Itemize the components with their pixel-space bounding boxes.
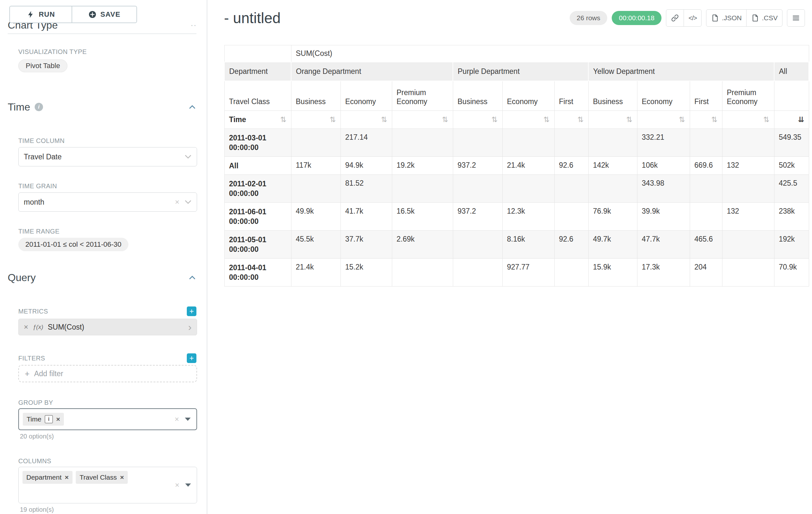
remove-tag-icon[interactable]: × (120, 474, 124, 481)
pivot-value-cell: 927.77 (502, 259, 554, 287)
sort-icon[interactable]: ⇅ (543, 116, 549, 124)
sort-icon[interactable]: ⇅ (577, 116, 583, 124)
info-icon[interactable]: i (35, 103, 43, 111)
time-axis-label: Time (229, 115, 246, 124)
filters-label: FILTERS (18, 355, 45, 362)
columns-options-hint: 19 option(s) (20, 506, 196, 513)
pivot-row: 2011-04-01 00:00:0021.4k15.2k927.7715.9k… (224, 259, 809, 287)
sort-icon[interactable]: ⇅ (626, 116, 632, 124)
pivot-value-cell (588, 175, 637, 203)
visualization-type-pill[interactable]: Pivot Table (18, 59, 67, 72)
sort-icon[interactable]: ⇅ (280, 116, 286, 124)
pivot-value-cell: 49.9k (291, 203, 341, 231)
pivot-value-cell (722, 231, 774, 259)
tag-info-icon[interactable]: i (45, 415, 53, 424)
remove-tag-icon[interactable]: × (65, 474, 69, 481)
remove-tag-icon[interactable]: × (56, 415, 60, 423)
pivot-value-cell: 70.9k (774, 259, 809, 287)
chart-header: - untitled 26 rows 00:00:00.18 </> .JSON (224, 9, 805, 27)
pivot-value-cell: 21.4k (502, 157, 554, 175)
columns-tag-label: Travel Class (80, 474, 117, 481)
pivot-value-cell: 81.52 (341, 175, 392, 203)
chevron-down-icon (184, 200, 192, 204)
pivot-value-cell: 37.7k (341, 231, 392, 259)
clear-icon[interactable]: × (175, 481, 179, 489)
group-by-select[interactable]: Time i × × (18, 408, 197, 430)
group-by-tag-label: Time (27, 415, 41, 423)
metric-header-row: SUM(Cost) (224, 45, 809, 62)
pivot-value-cell (453, 259, 502, 287)
travel-class-header: Premium Economy (722, 81, 774, 111)
group-by-label: GROUP BY (18, 399, 196, 406)
sort-row: Time ⇅ ⇅⇅⇅⇅⇅⇅⇅⇅⇅⇅⇊ (224, 111, 809, 129)
time-range-pill[interactable]: 2011-01-01 ≤ col < 2011-06-30 (18, 238, 128, 251)
sort-icon[interactable]: ⇅ (679, 116, 685, 124)
pivot-table-container: SUM(Cost) Department Orange DepartmentPu… (224, 45, 808, 287)
travel-class-header: Business (291, 81, 341, 111)
sort-icon[interactable]: ⇅ (381, 116, 387, 124)
pivot-value-cell: 332.21 (637, 129, 690, 157)
row-header: 2011-04-01 00:00:00 (224, 259, 291, 287)
control-panel: RUN SAVE Chart Type ·· VISUALIZATION TYP… (0, 0, 207, 514)
sort-icon[interactable]: ⇅ (491, 116, 497, 124)
travel-class-header: First (690, 81, 722, 111)
chevron-up-icon[interactable] (188, 273, 196, 282)
action-buttons: RUN SAVE (9, 6, 137, 23)
add-filter-button[interactable]: + Add filter (18, 365, 197, 382)
export-json-button[interactable]: .JSON (706, 9, 747, 27)
add-filter-plus-button[interactable]: + (187, 353, 196, 363)
pivot-value-cell: 49.7k (588, 231, 637, 259)
query-section-header[interactable]: Query (8, 271, 196, 284)
run-button[interactable]: RUN (9, 6, 72, 23)
chart-title[interactable]: - untitled (224, 9, 281, 27)
department-header-row: Department Orange DepartmentPurple Depar… (224, 62, 809, 81)
sort-icon[interactable]: ⇅ (763, 116, 769, 124)
time-column-select[interactable]: Travel Date (18, 147, 197, 166)
clear-icon[interactable]: × (175, 198, 179, 206)
sort-icon[interactable]: ⇅ (711, 116, 717, 124)
export-csv-button[interactable]: .CSV (746, 9, 782, 27)
pivot-value-cell (453, 175, 502, 203)
travel-class-header: Business (453, 81, 502, 111)
corner-cell (224, 45, 291, 62)
sort-icon[interactable]: ⇅ (329, 116, 336, 124)
pivot-value-cell: 549.35 (774, 129, 809, 157)
pivot-value-cell: 106k (637, 157, 690, 175)
pivot-value-cell (554, 129, 588, 157)
pivot-value-cell: 204 (690, 259, 722, 287)
chevron-right-icon[interactable]: › (188, 322, 192, 332)
travel-class-header: Economy (637, 81, 690, 111)
pivot-value-cell: 92.6 (554, 231, 588, 259)
export-csv-label: .CSV (762, 14, 778, 22)
chevron-up-icon[interactable] (188, 103, 196, 111)
sort-icon[interactable]: ⇊ (798, 116, 804, 124)
filters-label-row: FILTERS + (18, 353, 196, 363)
metric-item[interactable]: × ƒ(x) SUM(Cost) › (18, 319, 197, 335)
embed-code-button[interactable]: </> (684, 9, 702, 27)
copy-link-button[interactable] (666, 9, 684, 27)
chart-header-controls: 26 rows 00:00:00.18 </> .JSON .CSV (570, 9, 805, 27)
pivot-value-cell (453, 129, 502, 157)
more-options-button[interactable] (787, 9, 805, 27)
caret-down-icon[interactable] (184, 483, 192, 487)
sort-icon[interactable]: ⇅ (442, 116, 448, 124)
sort-cell: ⇅ (502, 111, 554, 129)
travel-class-header: Economy (341, 81, 392, 111)
sort-cell: ⇅ (690, 111, 722, 129)
caret-down-icon[interactable] (184, 417, 191, 422)
pivot-value-cell: 41.7k (341, 203, 392, 231)
column-group-header: Orange Department (291, 62, 453, 81)
save-button-label: SAVE (100, 10, 120, 19)
time-grain-select[interactable]: month × (18, 192, 197, 212)
save-button[interactable]: SAVE (71, 6, 137, 23)
pivot-value-cell: 937.2 (453, 203, 502, 231)
add-metric-button[interactable]: + (187, 306, 196, 316)
columns-select[interactable]: Department × Travel Class × × (18, 467, 197, 504)
pivot-value-cell (392, 129, 453, 157)
travel-class-header-row: Travel Class BusinessEconomyPremium Econ… (224, 81, 809, 111)
travel-class-axis-label: Travel Class (224, 81, 291, 111)
query-section-title: Query (8, 271, 36, 284)
remove-metric-icon[interactable]: × (24, 323, 28, 331)
time-section-header[interactable]: Time i (8, 101, 196, 113)
clear-icon[interactable]: × (175, 415, 179, 423)
